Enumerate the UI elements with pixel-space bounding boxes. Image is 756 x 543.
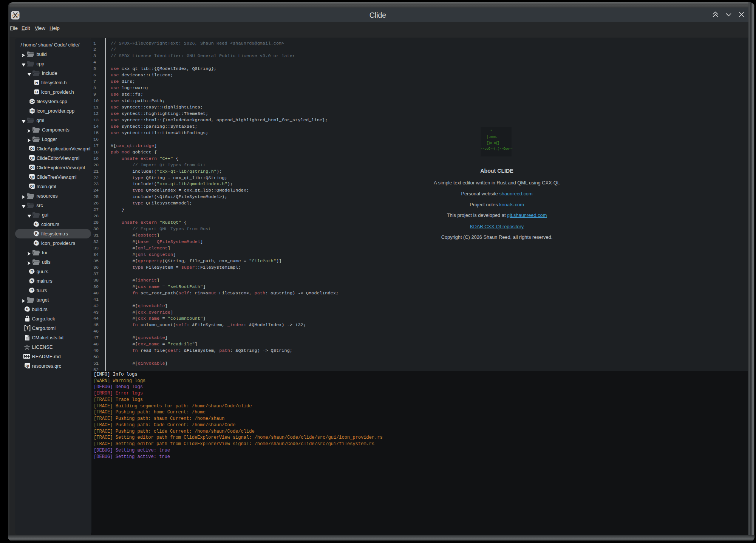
svg-text:Qt: Qt bbox=[30, 184, 34, 188]
svg-text:Qt: Qt bbox=[30, 147, 34, 150]
svg-text:R: R bbox=[35, 222, 38, 226]
svg-text:Qt: Qt bbox=[30, 156, 34, 160]
svg-text:Qt: Qt bbox=[25, 364, 29, 368]
svg-text:R: R bbox=[35, 232, 38, 235]
svg-text:R: R bbox=[35, 241, 38, 245]
svg-text:C: C bbox=[30, 99, 33, 104]
svg-text:R: R bbox=[30, 269, 33, 273]
svg-text:R: R bbox=[30, 279, 33, 283]
svg-text:H: H bbox=[35, 90, 38, 94]
svg-text:C: C bbox=[30, 109, 33, 113]
svg-text:Qt: Qt bbox=[30, 166, 34, 169]
svg-text:T: T bbox=[26, 326, 29, 330]
svg-text:R: R bbox=[26, 307, 28, 311]
svg-text:R: R bbox=[30, 288, 33, 292]
svg-text:H: H bbox=[35, 80, 38, 85]
svg-text:Qt: Qt bbox=[30, 175, 34, 179]
